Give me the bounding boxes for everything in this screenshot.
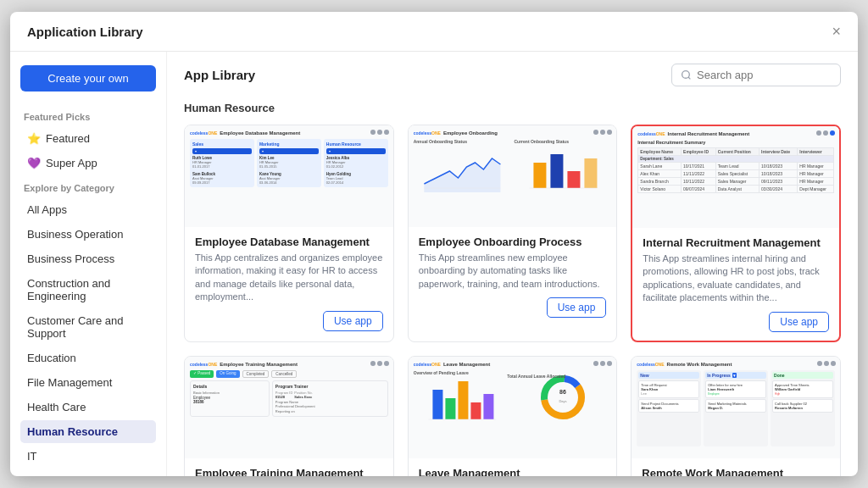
explore-by-category-label: Explore by Category xyxy=(24,183,156,193)
svg-rect-9 xyxy=(432,390,442,419)
modal-title: Application Library xyxy=(27,25,143,39)
app-card-employee-training[interactable]: codelessONE Employee Training Management… xyxy=(184,356,394,476)
sidebar-item-all-apps[interactable]: All Apps xyxy=(20,198,156,221)
app-desc-employee-database: This App centralizes and organizes emplo… xyxy=(195,252,383,304)
svg-marker-2 xyxy=(424,158,500,192)
app-preview-employee-database: codelessONE Employee Database Management… xyxy=(185,125,393,227)
svg-rect-13 xyxy=(483,394,493,419)
sidebar-item-construction[interactable]: Construction and Engineering xyxy=(20,272,156,308)
window-controls-1 xyxy=(370,130,389,135)
apps-grid: codelessONE Employee Database Management… xyxy=(184,125,841,476)
svg-point-0 xyxy=(682,71,690,79)
mini-logo-5: codelessONE xyxy=(414,362,441,367)
app-card-info-internal-recruitment: Internal Recruitment Management This App… xyxy=(632,228,839,341)
sidebar-item-it[interactable]: IT xyxy=(20,445,156,468)
app-name-employee-database: Employee Database Management xyxy=(195,236,383,248)
modal-body: Create your own Featured Picks ⭐ Feature… xyxy=(10,52,858,476)
sidebar-item-file-management[interactable]: File Management xyxy=(20,371,156,394)
app-card-leave-management[interactable]: codelessONE Leave Management Overview of… xyxy=(408,356,618,476)
svg-text:86: 86 xyxy=(559,389,566,395)
app-card-employee-database[interactable]: codelessONE Employee Database Management… xyxy=(184,125,394,342)
content-scroll-area: Human Resource codelessONE Employee Data… xyxy=(167,95,858,476)
app-desc-internal-recruitment: This App streamlines internal hiring and… xyxy=(643,252,829,305)
app-card-internal-recruitment[interactable]: codelessONE Internal Recruitment Managem… xyxy=(631,125,841,342)
svg-line-1 xyxy=(688,77,690,79)
svg-rect-11 xyxy=(458,381,468,419)
rocket-icon: 💜 xyxy=(27,157,41,169)
svg-rect-4 xyxy=(533,163,546,188)
window-controls-3 xyxy=(816,130,835,136)
create-your-own-button[interactable]: Create your own xyxy=(20,65,156,92)
mini-logo-1: codelessONE xyxy=(190,130,217,136)
app-name-leave-management: Leave Management xyxy=(419,467,607,476)
svg-rect-10 xyxy=(445,398,455,419)
window-controls-4 xyxy=(370,361,389,366)
sidebar: Create your own Featured Picks ⭐ Feature… xyxy=(10,52,167,476)
app-name-employee-training: Employee Training Management xyxy=(195,467,383,476)
sidebar-item-super-app[interactable]: 💜 Super App xyxy=(20,152,156,175)
sidebar-item-health-care[interactable]: Health Care xyxy=(20,396,156,419)
mini-logo-6: codelessONE xyxy=(637,362,664,367)
use-app-button-internal-recruitment[interactable]: Use app xyxy=(769,312,829,332)
app-card-info-employee-onboarding: Employee Onboarding Process This App str… xyxy=(409,227,617,326)
content-header: App Library xyxy=(167,52,858,95)
sidebar-item-business-operation[interactable]: Business Operation xyxy=(20,223,156,246)
search-box[interactable] xyxy=(671,64,841,86)
use-app-button-employee-onboarding[interactable]: Use app xyxy=(547,297,607,318)
app-card-remote-work[interactable]: codelessONE Remote Work Management New T… xyxy=(631,356,841,476)
app-name-employee-onboarding: Employee Onboarding Process xyxy=(419,236,607,248)
sidebar-item-education[interactable]: Education xyxy=(20,347,156,369)
sidebar-item-customer-care[interactable]: Customer Care and Support xyxy=(20,309,156,345)
app-name-remote-work: Remote Work Management xyxy=(642,467,830,476)
mini-logo-4: codelessONE xyxy=(190,362,217,367)
use-app-button-employee-database[interactable]: Use app xyxy=(323,311,383,331)
featured-picks-label: Featured Picks xyxy=(24,112,156,122)
app-card-info-employee-database: Employee Database Management This App ce… xyxy=(185,227,393,340)
app-preview-employee-training: codelessONE Employee Training Management… xyxy=(185,357,393,458)
sidebar-item-featured[interactable]: ⭐ Featured xyxy=(20,127,156,150)
app-card-info-leave-management: Leave Management Track and manage employ… xyxy=(409,458,617,476)
app-preview-employee-onboarding: codelessONE Employee Onboarding Annual O… xyxy=(409,125,617,227)
app-preview-remote-work: codelessONE Remote Work Management New T… xyxy=(632,357,840,458)
content-area-title: App Library xyxy=(184,68,255,82)
app-card-employee-onboarding[interactable]: codelessONE Employee Onboarding Annual O… xyxy=(408,125,618,342)
star-icon: ⭐ xyxy=(27,132,41,145)
modal-header: Application Library × xyxy=(10,12,858,52)
svg-text:Days: Days xyxy=(559,399,566,403)
app-card-info-remote-work: Remote Work Management Coordinate remote… xyxy=(632,458,840,476)
mini-logo-3: codelessONE xyxy=(637,131,665,136)
main-content: App Library Human Resource xyxy=(167,52,858,476)
search-input[interactable] xyxy=(697,69,832,81)
app-card-info-employee-training: Employee Training Management Manage and … xyxy=(185,458,393,476)
svg-rect-12 xyxy=(470,402,481,419)
app-preview-leave-management: codelessONE Leave Management Overview of… xyxy=(409,357,617,458)
section-human-resource-title: Human Resource xyxy=(184,102,841,114)
svg-rect-6 xyxy=(567,171,580,188)
window-controls-2 xyxy=(593,130,612,135)
sidebar-item-business-process[interactable]: Business Process xyxy=(20,247,156,270)
search-icon xyxy=(681,69,692,80)
modal-close-button[interactable]: × xyxy=(832,24,841,39)
app-name-internal-recruitment: Internal Recruitment Management xyxy=(643,236,829,249)
mini-logo-2: codelessONE xyxy=(414,130,441,136)
sidebar-item-human-resource[interactable]: Human Resource xyxy=(20,420,156,443)
window-controls-5 xyxy=(593,361,612,366)
app-preview-internal-recruitment: codelessONE Internal Recruitment Managem… xyxy=(632,126,839,228)
app-desc-employee-onboarding: This App streamlines new employee onboar… xyxy=(419,252,607,291)
application-library-modal: Application Library × Create your own Fe… xyxy=(10,12,858,476)
svg-rect-7 xyxy=(584,158,597,188)
window-controls-6 xyxy=(817,361,836,366)
svg-rect-5 xyxy=(550,154,563,188)
